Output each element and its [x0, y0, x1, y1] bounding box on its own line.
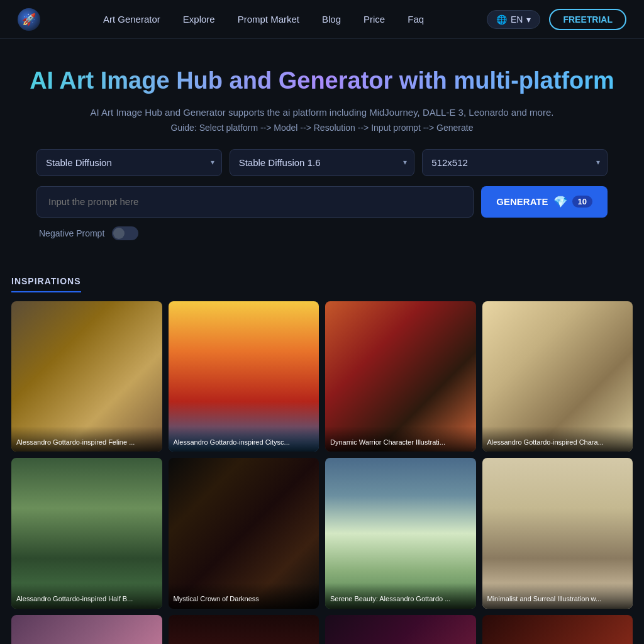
controls-row: Stable Diffusion MidJourney DALL-E 3 Leo… [25, 149, 619, 176]
gallery-item[interactable]: Demonic Crown in the Style of Aless... [325, 615, 476, 644]
nav-blog[interactable]: Blog [322, 14, 341, 25]
nav-prompt-market[interactable]: Prompt Market [238, 14, 299, 25]
toggle-knob [113, 228, 125, 239]
gallery-item[interactable]: Serene Beauty: Alessandro Gottardo ... [325, 458, 476, 609]
gallery-item[interactable]: Alessandro Gottardo-inspired Chara... [482, 301, 633, 452]
gallery-item[interactable]: Dark Majesty: A Crown Inspired by ... [169, 615, 319, 644]
hero-title: AI Art Image Hub and Generator with mult… [25, 67, 619, 96]
chevron-down-icon: ▾ [526, 14, 531, 25]
gallery-item[interactable]: Mystical Crown of Darkness [169, 458, 319, 609]
nav-faq[interactable]: Faq [408, 14, 424, 25]
gem-icon: 💎 [553, 195, 567, 209]
prompt-row: GENERATE 💎 10 [25, 186, 619, 218]
gallery-caption: Alessandro Gottardo-inspired Chara... [482, 426, 633, 452]
inspirations-section: INSPIRATIONS Alessandro Gottardo-inspire… [0, 275, 644, 644]
inspirations-title: INSPIRATIONS [11, 276, 81, 292]
free-trial-button[interactable]: FREETRIAL [549, 9, 626, 30]
gallery-grid: Alessandro Gottardo-inspired Feline ...A… [11, 301, 633, 644]
resolution-select-wrap: 512x512 768x768 644x644 ▾ [422, 149, 608, 176]
hero-section: AI Art Image Hub and Generator with mult… [0, 39, 644, 275]
credit-count: 10 [572, 196, 592, 208]
navbar: 🚀 Art Generator Explore Prompt Market Bl… [0, 0, 644, 39]
gallery-caption: Alessandro Gottardo-inspired Citysc... [169, 426, 319, 452]
generate-button[interactable]: GENERATE 💎 10 [481, 186, 608, 218]
resolution-select[interactable]: 512x512 768x768 644x644 [422, 149, 608, 176]
gallery-item[interactable]: Alessandro Gottardo-inspired Half B... [11, 458, 162, 609]
gallery-image [482, 615, 633, 644]
model-select-wrap: Stable Diffusion 1.6 Stable Diffusion XL… [230, 149, 415, 176]
prompt-input[interactable] [36, 186, 474, 218]
gallery-image [169, 615, 319, 644]
gallery-caption: Minimalist and Surreal Illustration w... [482, 583, 633, 608]
gallery-caption: Serene Beauty: Alessandro Gottardo ... [325, 583, 476, 608]
negative-prompt-row: Negative Prompt [25, 226, 619, 240]
negative-prompt-label: Negative Prompt [39, 228, 104, 238]
gallery-item[interactable]: Alessandro Gottardo-inspired Feline ... [11, 301, 162, 452]
model-select[interactable]: Stable Diffusion 1.6 Stable Diffusion XL… [230, 149, 415, 176]
nav-price[interactable]: Price [364, 14, 385, 25]
negative-prompt-toggle[interactable] [112, 226, 138, 240]
hero-guide: Guide: Select platform --> Model --> Res… [25, 123, 619, 133]
nav-art-generator[interactable]: Art Generator [103, 14, 160, 25]
gallery-caption: Dynamic Warrior Character Illustrati... [325, 426, 476, 452]
language-button[interactable]: 🌐 EN ▾ [487, 10, 540, 29]
globe-icon: 🌐 [496, 14, 507, 25]
logo-icon: 🚀 [18, 8, 40, 31]
gallery-image [325, 615, 476, 644]
gallery-item[interactable]: Minimalist and Surreal Illustration w... [482, 458, 633, 609]
gallery-caption: Mystical Crown of Darkness [169, 583, 319, 608]
gallery-item[interactable]: Demonic Crown in Alessandro Allori... [482, 615, 633, 644]
nav-links: Art Generator Explore Prompt Market Blog… [103, 14, 424, 25]
nav-right: 🌐 EN ▾ FREETRIAL [487, 9, 626, 30]
logo[interactable]: 🚀 [18, 8, 40, 31]
gallery-item[interactable]: Alessandro Gottardo-inspired Citysc... [169, 301, 319, 452]
gallery-caption: Alessandro Gottardo-inspired Half B... [11, 583, 162, 608]
platform-select-wrap: Stable Diffusion MidJourney DALL-E 3 Leo… [36, 149, 222, 176]
nav-explore[interactable]: Explore [183, 14, 215, 25]
lang-label: EN [511, 14, 523, 25]
gallery-item[interactable]: Alessandro Gottardo-inspired Lotus ... [11, 615, 162, 644]
gallery-caption: Alessandro Gottardo-inspired Feline ... [11, 426, 162, 452]
generate-label: GENERATE [496, 196, 548, 207]
gallery-item[interactable]: Dynamic Warrior Character Illustrati... [325, 301, 476, 452]
gallery-image [11, 615, 162, 644]
platform-select[interactable]: Stable Diffusion MidJourney DALL-E 3 Leo… [36, 149, 222, 176]
hero-subtitle: AI Art Image Hub and Generator supports … [25, 107, 619, 118]
